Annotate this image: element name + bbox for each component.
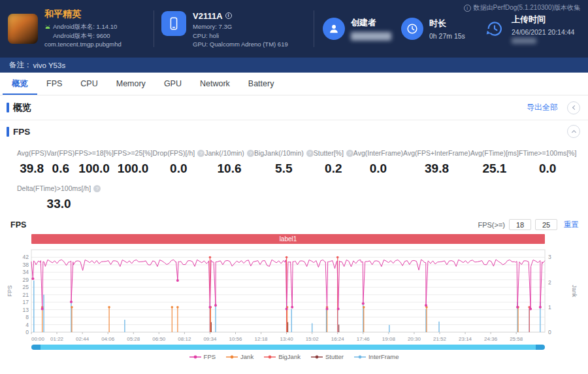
metric-2: FPS>=18[%]100.0 (74, 149, 114, 176)
metric-label: FPS>=18[%] (74, 149, 114, 157)
metric-0: Delta(FTime)>100ms[/h]?33.0 (17, 184, 101, 211)
game-icon (8, 14, 38, 44)
duration-label: 时长 (429, 18, 465, 29)
export-all-link[interactable]: 导出全部 (527, 102, 558, 113)
fps-threshold-high-input[interactable] (535, 219, 557, 230)
fps-dip-dot (31, 277, 34, 280)
legend-label: InterFrame (368, 353, 399, 360)
tab-Battery[interactable]: Battery (239, 73, 284, 95)
fps-dip-dot (214, 304, 217, 307)
duration-section: 时长 0h 27m 15s (401, 18, 477, 40)
collapse-overview-button[interactable] (567, 101, 580, 114)
metric-value: 0.0 (152, 162, 204, 176)
y-tick-label: 42 (23, 254, 29, 260)
scrollbar-left-handle[interactable] (31, 345, 41, 350)
metric-0: Avg(FPS)39.8 (17, 149, 46, 176)
fps-dip-dot (286, 308, 288, 311)
metrics-row-2: Delta(FTime)>100ms[/h]?33.0 (0, 176, 588, 211)
tab-Memory[interactable]: Memory (107, 73, 155, 95)
x-tick-label: 24:36 (484, 336, 498, 342)
x-tick-label: 15:02 (306, 336, 319, 342)
metric-8: Avg(InterFrame)0.0 (353, 149, 403, 176)
info-icon[interactable]: ? (197, 150, 204, 157)
tab-CPU[interactable]: CPU (71, 73, 106, 95)
x-tick-label: 04:06 (101, 336, 115, 342)
chevron-left-icon (572, 105, 576, 110)
legend-item-Stutter[interactable]: Stutter (311, 353, 344, 360)
fps-dip-dot (291, 306, 293, 309)
x-tick-label: 13:40 (280, 336, 294, 342)
metric-7: Stutter[%]?0.2 (314, 149, 353, 176)
scrollbar-right-handle[interactable] (536, 345, 545, 350)
fps-dip-dot (208, 306, 211, 309)
y-tick-label-right: 3 (548, 254, 551, 260)
info-icon[interactable]: ? (93, 185, 101, 192)
fps-dip-dot (326, 308, 329, 311)
info-icon[interactable]: ? (247, 150, 254, 157)
fps-chart-canvas[interactable]: 4238342925211713840321000:0001:2202:4404… (5, 246, 583, 344)
info-icon[interactable]: ? (306, 150, 314, 157)
upload-section: 上传时间 24/06/2021 20:14:44 (483, 14, 588, 44)
y-tick-label: 4 (25, 322, 29, 328)
y-tick-label-right: 2 (548, 279, 551, 286)
x-tick-label: 19:08 (382, 336, 396, 342)
clock-icon (401, 18, 423, 40)
fps-chart: label1 4238342925211713840321000:0001:22… (0, 234, 588, 360)
legend-marker (264, 355, 276, 359)
info-icon[interactable]: ? (346, 150, 353, 157)
collapse-fps-button[interactable] (567, 125, 580, 138)
remark-value: vivo Y53s (33, 61, 66, 69)
tab-概览[interactable]: 概览 (3, 73, 37, 95)
remark-label: 备注： (9, 60, 32, 70)
metric-10: Avg(FTime)[ms]25.1 (470, 149, 519, 176)
event-dot (108, 306, 110, 309)
package-name: com.tencent.tmgp.pubgmhd (44, 40, 122, 49)
info-icon[interactable]: i (225, 12, 232, 19)
metric-value: 100.0 (114, 162, 153, 176)
metric-label: Delta(FTime)>100ms[/h]? (17, 184, 101, 192)
metric-value: 39.8 (403, 162, 470, 176)
y-tick-label: 21 (23, 292, 29, 298)
metric-value: 5.5 (254, 162, 314, 176)
legend-item-FPS[interactable]: FPS (189, 353, 216, 360)
legend-item-BigJank[interactable]: BigJank (264, 353, 301, 360)
fps-dip-dot (41, 308, 44, 311)
x-tick-label: 16:24 (331, 336, 345, 342)
x-tick-label: 17:46 (357, 336, 370, 342)
x-tick-label: 09:34 (203, 336, 217, 342)
metric-label: Avg(FPS) (17, 149, 46, 157)
legend-marker (354, 355, 366, 359)
scrollbar-track[interactable] (41, 345, 536, 350)
chart-scrollbar[interactable] (31, 345, 545, 350)
user-icon (323, 18, 345, 40)
chart-label-banner: label1 (31, 234, 545, 244)
legend-label: BigJank (278, 353, 301, 360)
tab-GPU[interactable]: GPU (155, 73, 191, 95)
fps-threshold-label: FPS(>=) (478, 221, 505, 229)
metric-11: FTime>=100ms[%]0.0 (519, 149, 576, 176)
fps-dip-dot (70, 301, 73, 303)
legend-marker (189, 355, 201, 359)
legend-item-InterFrame[interactable]: InterFrame (354, 353, 399, 360)
fps-section-title: FPS (13, 127, 30, 137)
report-header: i 数据由PerfDog(5.1.210300)版本收集 和平精英 Androi… (0, 0, 588, 58)
chart-legend: FPSJankBigJankStutterInterFrame (5, 353, 583, 360)
reset-link[interactable]: 重置 (564, 220, 579, 230)
x-tick-label: 12:18 (255, 336, 269, 342)
creator-name-blurred (351, 32, 391, 41)
fps-threshold-low-input[interactable] (509, 219, 531, 230)
app-title: 和平精英 (44, 8, 122, 20)
legend-item-Jank[interactable]: Jank (226, 353, 253, 360)
x-tick-label: 05:28 (127, 336, 140, 342)
header-divider (314, 10, 314, 47)
metric-label: Avg(FTime)[ms] (470, 149, 519, 157)
fps-line (31, 260, 545, 309)
tab-Network[interactable]: Network (191, 73, 239, 95)
section-accent-bar (7, 103, 9, 112)
metric-value: 33.0 (17, 197, 101, 211)
tab-FPS[interactable]: FPS (37, 73, 71, 95)
fps-dip-dot (362, 302, 365, 305)
metric-value: 10.6 (204, 162, 254, 176)
x-tick-label: 21:52 (433, 336, 447, 342)
metric-4: Drop(FPS)[/h]?0.0 (152, 149, 204, 176)
